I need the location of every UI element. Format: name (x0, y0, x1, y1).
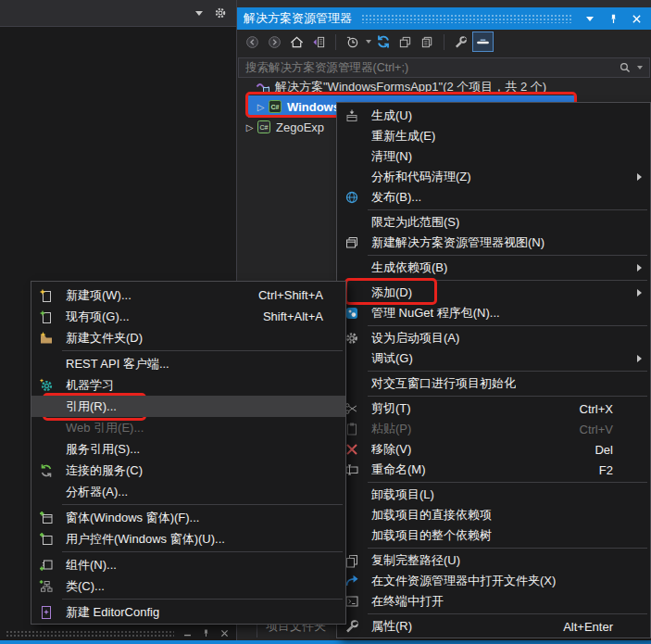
menu-item-shortcut: Ctrl+Shift+A (245, 288, 323, 302)
expand-arrow-icon[interactable] (243, 122, 257, 133)
menu-item[interactable]: 生成依赖项(B) (337, 258, 650, 278)
refresh-icon[interactable] (372, 32, 394, 52)
class-icon (36, 579, 56, 594)
menu-item[interactable]: Web 引用(E)... (31, 417, 345, 438)
no-icon (342, 129, 362, 144)
menu-item[interactable]: 重命名(M)F2 (337, 460, 650, 480)
gear-icon[interactable] (214, 6, 227, 19)
no-icon (36, 421, 56, 436)
menu-item[interactable]: 用户控件(Windows 窗体)(U)... (31, 528, 345, 549)
menu-item[interactable]: 管理 NuGet 程序包(N)... (337, 303, 650, 323)
chevron-down-icon[interactable] (195, 11, 203, 16)
project-label: ZegoExp (276, 120, 324, 134)
menu-item[interactable]: 清理(N) (337, 146, 650, 167)
menu-item[interactable]: 加载项目的直接依赖项 (337, 505, 650, 525)
menu-item[interactable]: 连接的服务(C) (31, 460, 345, 481)
no-icon (342, 215, 362, 230)
menu-item[interactable]: 生成(U) (337, 106, 650, 126)
menu-item[interactable]: 类(C)... (31, 575, 345, 597)
menu-item[interactable]: 添加(D) (337, 283, 650, 303)
menu-item[interactable]: 属性(R)Alt+Enter (337, 616, 650, 637)
titlebar-grip-dots (361, 14, 572, 23)
solution-explorer-titlebar[interactable]: 解决方案资源管理器 (237, 7, 651, 30)
menu-item[interactable]: 卸载项目(L) (337, 485, 650, 505)
menu-item[interactable]: 剪切(T)Ctrl+X (337, 398, 650, 419)
search-input[interactable]: 搜索解决方案资源管理器(Ctrl+;) (238, 57, 650, 78)
menu-item-label: 粘贴(P) (371, 421, 411, 437)
new-folder-icon (36, 331, 56, 346)
menu-separator (62, 504, 343, 505)
nested-view-icon[interactable] (394, 32, 416, 52)
preview-selected-toggle[interactable] (472, 32, 494, 52)
menu-item[interactable]: 在终端中打开 (337, 591, 650, 612)
menu-separator (368, 371, 647, 372)
menu-item[interactable]: 发布(B)... (337, 187, 650, 208)
menu-item[interactable]: 复制完整路径(U) (337, 550, 650, 571)
menu-item-label: 剪切(T) (371, 400, 411, 417)
menu-item[interactable]: 移除(V)Del (337, 439, 650, 460)
minimize-icon[interactable] (182, 628, 193, 638)
menu-separator (62, 350, 343, 351)
menu-item[interactable]: 重新生成(E) (337, 126, 650, 146)
menu-item[interactable]: 窗体(Windows 窗体)(F)... (31, 507, 345, 528)
switch-views-icon[interactable] (308, 32, 330, 52)
menu-item[interactable]: 组件(N)... (31, 554, 345, 575)
caret-down-icon[interactable] (366, 40, 371, 44)
expand-arrow-icon[interactable] (254, 102, 268, 112)
menu-item[interactable]: 分析器(A)... (31, 481, 345, 502)
caret-down-icon[interactable] (637, 66, 643, 69)
menu-item-label: 重新生成(E) (371, 128, 435, 145)
csharp-project-icon: C# (268, 99, 283, 114)
menu-item-label: 分析和代码清理(Z) (371, 169, 471, 185)
back-icon[interactable] (242, 32, 263, 52)
close-icon[interactable] (219, 628, 230, 638)
submenu-arrow-icon (637, 289, 642, 297)
menu-separator (368, 209, 647, 210)
menu-item[interactable]: 在文件资源管理器中打开文件夹(X) (337, 571, 650, 591)
menu-item-label: 设为启动项目(A) (371, 330, 459, 347)
existing-item-icon (36, 309, 56, 324)
menu-item-shortcut: Shift+Alt+A (250, 309, 323, 323)
pending-changes-icon[interactable] (342, 32, 363, 52)
menu-item[interactable]: 服务引用(S)... (31, 438, 345, 460)
menu-item[interactable]: 新建文件夹(D) (31, 327, 345, 348)
menu-item[interactable]: 分析和代码清理(Z) (337, 167, 650, 187)
menu-item[interactable]: 调试(G) (337, 348, 650, 369)
home-icon[interactable] (286, 32, 307, 52)
copy-all-icon[interactable] (417, 32, 438, 52)
project-context-menu: 生成(U)重新生成(E)清理(N)分析和代码清理(Z)发布(B)...限定为此范… (336, 102, 651, 638)
menu-item-label: 对交互窗口进行项目初始化 (371, 375, 516, 392)
auto-hide-pin-icon[interactable] (605, 10, 621, 27)
tree-row-solution[interactable]: 解决方案"WindowsFormsApp1"(2 个项目，共 2 个) (256, 78, 546, 95)
drag-grip-dots[interactable] (6, 630, 174, 638)
menu-item[interactable]: 新建解决方案资源管理器视图(N) (337, 233, 650, 253)
properties-wrench-icon[interactable] (450, 32, 471, 52)
menu-item[interactable]: 新建 EditorConfig (31, 601, 345, 623)
window-position-icon[interactable] (582, 10, 598, 27)
winform-icon (36, 511, 56, 525)
menu-item[interactable]: REST API 客户端... (31, 353, 345, 374)
menu-item[interactable]: 粘贴(P)Ctrl+V (337, 419, 650, 439)
menu-item[interactable]: 现有项(G)...Shift+Alt+A (31, 306, 345, 327)
menu-item[interactable]: 引用(R)... (31, 396, 345, 417)
forward-icon[interactable] (264, 32, 285, 52)
menu-item-label: 组件(N)... (66, 557, 117, 574)
tree-row-project[interactable]: C# ZegoExp (243, 118, 324, 136)
menu-item-label: REST API 客户端... (66, 356, 169, 373)
menu-item[interactable]: 设为启动项目(A) (337, 328, 650, 348)
no-icon (36, 357, 56, 372)
add-submenu: 新建项(W)...Ctrl+Shift+A现有项(G)...Shift+Alt+… (31, 281, 346, 625)
pin-icon[interactable] (201, 628, 211, 638)
search-icon[interactable] (619, 61, 632, 74)
menu-item-label: Web 引用(E)... (66, 420, 144, 436)
menu-separator (368, 482, 647, 483)
no-icon (36, 399, 56, 414)
menu-item[interactable]: 对交互窗口进行项目初始化 (337, 373, 650, 394)
menu-item[interactable]: 新建项(W)...Ctrl+Shift+A (31, 284, 345, 306)
menu-item[interactable]: 加载项目的整个依赖树 (337, 525, 650, 546)
menu-item[interactable]: 机器学习 (31, 374, 345, 396)
menu-item-label: 新建文件夹(D) (66, 330, 143, 347)
menu-item-label: 调试(G) (371, 350, 413, 367)
close-icon[interactable] (628, 10, 645, 27)
menu-item[interactable]: 限定为此范围(S) (337, 212, 650, 233)
